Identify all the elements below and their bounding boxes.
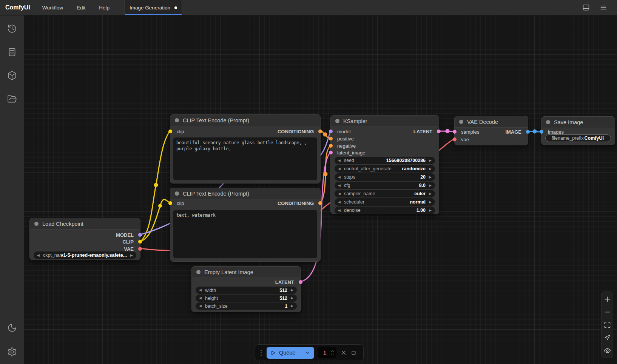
increment-arrow-icon[interactable]: ▶ — [291, 288, 293, 292]
steps-widget[interactable]: ◀ steps 20 ▶ — [335, 173, 435, 181]
ckpt-name-widget[interactable]: ◀ ckpt_name v1-5-pruned-emaonly.safete..… — [34, 251, 136, 259]
input-port-model[interactable] — [329, 130, 333, 133]
fit-view-icon[interactable] — [603, 320, 612, 329]
increment-arrow-icon[interactable]: ▶ — [291, 296, 293, 300]
queue-button[interactable]: Queue — [267, 347, 314, 359]
sampler-name-widget[interactable]: ◀ sampler_name euler ▶ — [335, 190, 435, 197]
input-port-samples[interactable] — [453, 130, 457, 134]
node-header[interactable]: CLIP Text Encode (Prompt) — [170, 188, 320, 199]
decrement-arrow-icon[interactable]: ◀ — [37, 254, 40, 257]
menu-help[interactable]: Help — [94, 3, 115, 13]
increment-arrow-icon[interactable]: ▶ — [429, 176, 432, 179]
bottom-panel-toggle-icon[interactable] — [582, 4, 590, 11]
output-port-conditioning[interactable] — [318, 130, 322, 133]
sidebar-item-queue-history[interactable] — [4, 20, 20, 37]
decrement-arrow-icon[interactable]: ◀ — [199, 304, 202, 308]
width-widget[interactable]: ◀ width 512 ▶ — [196, 287, 297, 294]
output-port-latent[interactable] — [299, 280, 302, 284]
decrement-arrow-icon[interactable]: ◀ — [338, 159, 341, 162]
height-widget[interactable]: ◀ height 512 ▶ — [196, 295, 297, 302]
node-header[interactable]: Empty Latent Image — [192, 267, 301, 278]
increment-arrow-icon[interactable]: ▶ — [130, 254, 133, 257]
collapse-dot-icon[interactable] — [546, 120, 550, 124]
collapse-dot-icon[interactable] — [196, 270, 201, 274]
decrement-arrow-icon[interactable]: ◀ — [338, 167, 341, 171]
tab-image-generation[interactable]: Image Generation — [125, 0, 182, 15]
sidebar-item-node-library[interactable] — [4, 44, 20, 60]
decrement-arrow-icon[interactable]: ◀ — [199, 288, 202, 292]
increment-arrow-icon[interactable]: ▶ — [429, 209, 432, 212]
toggle-link-visibility-icon[interactable] — [603, 346, 612, 355]
negative-prompt-textarea[interactable]: text, watermark — [173, 210, 317, 258]
input-port-latent-image[interactable] — [329, 151, 333, 154]
decrement-chevron-icon[interactable] — [330, 353, 335, 356]
input-port-clip[interactable] — [168, 201, 172, 205]
collapse-dot-icon[interactable] — [34, 222, 39, 226]
sidebar-item-workflows[interactable] — [4, 91, 20, 107]
seed-widget[interactable]: ◀ seed 156680208700286 ▶ — [335, 157, 435, 164]
clear-queue-icon[interactable] — [341, 350, 347, 356]
node-header[interactable]: VAE Decode — [455, 116, 528, 128]
decrement-arrow-icon[interactable]: ◀ — [338, 209, 341, 212]
node-header[interactable]: CLIP Text Encode (Prompt) — [170, 115, 320, 126]
node-clip-text-encode-negative[interactable]: CLIP Text Encode (Prompt) clip CONDITION… — [170, 188, 321, 262]
increment-arrow-icon[interactable]: ▶ — [429, 167, 432, 171]
positive-prompt-textarea[interactable]: beautiful scenery nature glass bottle la… — [173, 137, 317, 180]
collapse-dot-icon[interactable] — [459, 120, 463, 124]
stop-icon[interactable] — [351, 350, 356, 356]
input-port-clip[interactable] — [168, 130, 172, 133]
collapse-dot-icon[interactable] — [175, 191, 179, 196]
node-empty-latent-image[interactable]: Empty Latent Image LATENT ◀ width 512 ▶ … — [191, 266, 301, 312]
batch-count-stepper[interactable]: 1 — [318, 347, 336, 358]
increment-arrow-icon[interactable]: ▶ — [429, 201, 432, 204]
node-header[interactable]: KSampler — [331, 116, 439, 127]
output-label-clip: CLIP — [122, 239, 134, 245]
batch-size-widget[interactable]: ◀ batch_size 1 ▶ — [196, 302, 297, 310]
control-after-generate-widget[interactable]: ◀ control_after_generate randomize ▶ — [335, 165, 435, 173]
decrement-arrow-icon[interactable]: ◀ — [338, 201, 341, 204]
settings-button[interactable] — [4, 344, 20, 360]
zoom-in-icon[interactable] — [603, 295, 612, 304]
cfg-widget[interactable]: ◀ cfg 8.0 ▶ — [335, 182, 435, 189]
output-port-image[interactable] — [526, 130, 530, 134]
theme-toggle-button[interactable] — [4, 319, 20, 336]
output-port-clip[interactable] — [138, 240, 142, 244]
input-port-negative[interactable] — [329, 144, 333, 148]
node-clip-text-encode-positive[interactable]: CLIP Text Encode (Prompt) clip CONDITION… — [170, 114, 321, 184]
node-load-checkpoint[interactable]: Load Checkpoint MODEL CLIP VAE ◀ ckpt_na… — [29, 218, 140, 260]
collapse-dot-icon[interactable] — [335, 119, 339, 123]
node-vae-decode[interactable]: VAE Decode samples IMAGE vae — [454, 116, 528, 145]
increment-arrow-icon[interactable]: ▶ — [429, 159, 432, 162]
collapse-dot-icon[interactable] — [175, 118, 179, 122]
menu-edit[interactable]: Edit — [71, 3, 91, 13]
menu-workflow[interactable]: Workflow — [37, 3, 68, 13]
denoise-widget[interactable]: ◀ denoise 1.00 ▶ — [335, 207, 435, 214]
decrement-arrow-icon[interactable]: ◀ — [338, 192, 341, 196]
node-save-image[interactable]: Save Image images filename_prefix ComfyU… — [541, 116, 615, 145]
hamburger-menu-icon[interactable] — [600, 4, 607, 11]
increment-arrow-icon[interactable]: ▶ — [429, 184, 432, 187]
input-port-positive[interactable] — [329, 137, 333, 140]
increment-chevron-icon[interactable] — [330, 350, 335, 352]
decrement-arrow-icon[interactable]: ◀ — [199, 296, 202, 300]
increment-arrow-icon[interactable]: ▶ — [429, 192, 432, 196]
chevron-down-icon[interactable] — [305, 350, 310, 355]
node-header[interactable]: Save Image — [541, 117, 615, 128]
pan-mode-icon[interactable] — [603, 333, 612, 342]
zoom-out-icon[interactable] — [603, 307, 612, 316]
drag-handle[interactable] — [260, 350, 262, 356]
filename-prefix-widget[interactable]: filename_prefix ComfyUI — [545, 134, 611, 142]
increment-arrow-icon[interactable]: ▶ — [291, 304, 293, 308]
output-port-conditioning[interactable] — [318, 201, 322, 205]
scheduler-widget[interactable]: ◀ scheduler normal ▶ — [335, 198, 435, 206]
output-port-latent[interactable] — [437, 130, 441, 133]
decrement-arrow-icon[interactable]: ◀ — [338, 176, 341, 179]
node-ksampler[interactable]: KSampler model LATENT positive negative … — [330, 115, 439, 214]
input-port-vae[interactable] — [453, 137, 457, 141]
sidebar-item-model-library[interactable] — [4, 67, 20, 84]
input-port-images[interactable] — [540, 130, 543, 134]
node-header[interactable]: Load Checkpoint — [30, 218, 140, 230]
output-port-model[interactable] — [138, 233, 142, 237]
decrement-arrow-icon[interactable]: ◀ — [338, 184, 341, 187]
output-port-vae[interactable] — [138, 247, 142, 251]
